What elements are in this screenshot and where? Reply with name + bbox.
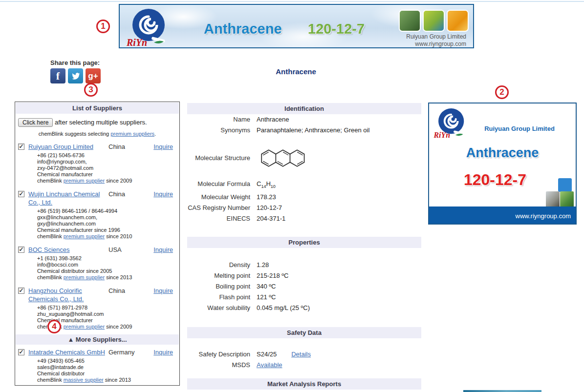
property-label: Flash point: [187, 292, 257, 303]
property-value: 121 ºC: [257, 292, 276, 303]
properties-header: Properties: [187, 237, 421, 248]
twitter-share-icon[interactable]: [68, 68, 83, 83]
msds-available-link[interactable]: Available: [257, 360, 282, 371]
supplier-tier-link[interactable]: premium supplier: [64, 274, 105, 280]
supplier-type: Chemical distributor since 2005: [37, 268, 176, 274]
supplier-checkbox[interactable]: [18, 191, 24, 197]
identification-header: Identification: [187, 103, 421, 114]
synonyms-value: Paranaphtalene; Anthraxcene; Green oil: [257, 125, 369, 136]
ad-riyn-logo-icon: RiYn: [433, 106, 466, 140]
click-here-note: after selecting multiple suppliers.: [55, 119, 147, 126]
supplier-checkbox[interactable]: [18, 144, 24, 150]
supplier-country: China: [108, 287, 146, 295]
weight-value: 178.23: [257, 192, 276, 203]
supplier-details: +49 (3493) 605-465 sales@intatrade.de Ch…: [18, 356, 176, 383]
inquire-link[interactable]: Inquire: [153, 246, 173, 253]
supplier-type: Chemical manufacturer: [37, 171, 176, 178]
safety-header: Safety Data: [187, 327, 421, 338]
right-ad-box[interactable]: RiYn Ruiyuan Group Limited Anthracene 12…: [428, 103, 577, 225]
formula-label: Molecular Formula: [187, 179, 257, 192]
banner-product-name: Anthracene: [204, 21, 282, 37]
supplier-email2: zxy-0472@hotmail.com: [37, 165, 176, 171]
page: RiYn Anthracene 120-12-7 Ruiyuan Group L…: [0, 0, 584, 392]
supplier-name-link[interactable]: Wujin Linchuan Chemical Co., Ltd.: [28, 190, 108, 206]
safety-desc-label: Safety Description: [187, 349, 257, 360]
supplier-checkbox[interactable]: [18, 288, 24, 294]
more-suppliers-toggle[interactable]: ▲ More Suppliers...: [16, 334, 179, 345]
suggestion-suffix: .: [154, 131, 156, 137]
tag-prefix: chemBlink: [37, 377, 62, 383]
share-label: Share this page:: [50, 59, 101, 66]
supplier-tier-link[interactable]: premium supplier: [64, 324, 105, 330]
supplier-email: gxx@linchuanchem.com,: [37, 214, 176, 221]
inquire-link[interactable]: Inquire: [153, 349, 173, 356]
synonyms-label: Synonyms: [187, 125, 257, 136]
annotation-circle-1: 1: [96, 20, 110, 33]
supplier-email: sales@intatrade.de: [37, 364, 176, 371]
inquire-link[interactable]: Inquire: [153, 190, 173, 198]
supplier-email: zhu_xuguang@hotmail.com: [37, 311, 176, 317]
googleplus-share-icon[interactable]: g+: [86, 68, 101, 83]
annotation-circle-2: 2: [495, 85, 509, 99]
supplier-name-link[interactable]: Intatrade Chemicals GmbH: [28, 348, 108, 356]
property-value: 340 ºC: [257, 281, 276, 292]
formula-value: C14H10: [257, 179, 276, 192]
safety-desc-value: S24/25: [257, 349, 277, 360]
inquire-link[interactable]: Inquire: [153, 143, 173, 150]
top-banner-ad[interactable]: RiYn Anthracene 120-12-7 Ruiyuan Group L…: [119, 4, 474, 48]
annotation-circle-3: 3: [84, 83, 98, 97]
supplier-entry: Ruiyuan Group Limited China Inquire +86 …: [15, 140, 179, 187]
supplier-name-link[interactable]: BOC Sciences: [28, 246, 108, 254]
supplier-country: USA: [108, 246, 146, 254]
supplier-entry: Hangzhou Colorific Chemicals Co., Ltd. C…: [15, 284, 179, 333]
share-block: Share this page: f g+: [50, 59, 101, 83]
riyn-logo-text: RiYn: [126, 37, 147, 48]
tag-prefix: chemBlink: [37, 274, 62, 280]
ad-photo-figures: [546, 191, 560, 207]
ad-photo-leaves: [560, 191, 574, 207]
supplier-checkbox[interactable]: [18, 349, 24, 355]
supplier-tier-link[interactable]: massive supplier: [64, 377, 104, 383]
supplier-country: China: [108, 190, 146, 198]
supplier-name-link[interactable]: Ruiyuan Group Limited: [28, 143, 108, 151]
top-divider: [0, 1, 584, 2]
supplier-details: +86 (571) 8971-2978 zhu_xuguang@hotmail.…: [18, 303, 176, 330]
inquire-link[interactable]: Inquire: [153, 287, 173, 294]
supplier-tier-link[interactable]: premium supplier: [64, 233, 105, 239]
supplier-details: +86 (519) 8646-1196 / 8646-4994 gxx@linc…: [18, 206, 176, 240]
supplier-checkbox[interactable]: [18, 247, 24, 253]
tag-suffix: since 2013: [106, 274, 132, 280]
property-value: 0.045 mg/L (25 ºC): [257, 303, 310, 313]
banner-company-url: www.riyngroup.com: [406, 41, 466, 48]
premium-suppliers-link[interactable]: premium suppliers: [110, 131, 154, 137]
cas-value: 120-12-7: [257, 203, 282, 213]
click-here-button[interactable]: Click here: [18, 118, 53, 127]
ad-riyn-logo-text: RiYn: [433, 131, 451, 139]
supplier-email: info@riyngroup.com,: [37, 159, 176, 165]
supplier-tag-line: chemBlinkpremium suppliersince 2010: [37, 233, 176, 240]
structure-label: Molecular Structure: [187, 153, 257, 164]
supplier-details: +86 (21) 5045-6736 info@riyngroup.com, z…: [18, 151, 176, 184]
supplier-tier-link[interactable]: premium supplier: [64, 178, 105, 184]
einecs-label: EINECS: [187, 213, 257, 224]
premium-suggestion: chemBlink suggests selecting premium sup…: [15, 128, 179, 140]
name-label: Name: [187, 114, 257, 125]
supplier-phone: +49 (3493) 605-465: [37, 358, 176, 364]
safety-details-link[interactable]: Details: [291, 349, 311, 360]
annotation-circle-4: 4: [47, 320, 61, 333]
supplier-entry: Wujin Linchuan Chemical Co., Ltd. China …: [15, 187, 179, 243]
supplier-type: Chemical distributor: [37, 371, 176, 377]
banner-photo-dna: [423, 10, 445, 32]
supplier-phone: +1 (631) 398-3562: [37, 255, 176, 262]
banner-company-block: Ruiyuan Group Limited www.riyngroup.com: [406, 33, 466, 48]
facebook-share-icon[interactable]: f: [50, 68, 65, 83]
property-label: Boiling point: [187, 281, 257, 292]
ad-product-name: Anthracene: [429, 145, 576, 161]
inquiry-instruction-row: Click here after selecting multiple supp…: [15, 114, 179, 128]
name-value: Anthracene: [257, 114, 289, 125]
weight-label: Molecular Weight: [187, 192, 257, 203]
ad-cas-number: 120-12-7: [429, 171, 561, 189]
supplier-phone: +86 (571) 8971-2978: [37, 305, 176, 311]
supplier-name-link[interactable]: Hangzhou Colorific Chemicals Co., Ltd.: [28, 287, 108, 303]
tag-suffix: since 2013: [105, 377, 131, 383]
